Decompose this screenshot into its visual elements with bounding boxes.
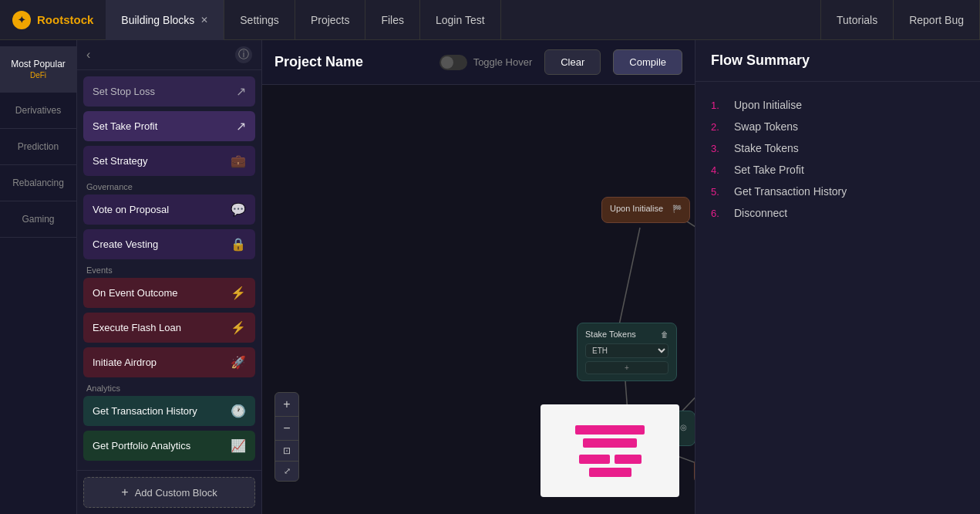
right-panel: Flow Summary 1. Upon Initialise 2. Swap … [695, 40, 980, 514]
item-num: 2. [711, 121, 726, 133]
trending-up-icon: ↗ [236, 119, 246, 134]
flag-icon: 🏁 [672, 205, 682, 213]
zoom-out-button[interactable]: − [275, 417, 298, 441]
sidebar-item-gaming[interactable]: Gaming [0, 201, 76, 238]
nav-spacer [501, 0, 821, 39]
tab-settings-label: Settings [240, 14, 279, 26]
node-upon-initialise[interactable]: Upon Initialise 🏁 [601, 197, 690, 223]
close-tab-icon[interactable]: ✕ [200, 15, 208, 25]
block-get-portfolio-analytics[interactable]: Get Portfolio Analytics 📈 [83, 431, 255, 461]
block-label: Execute Flash Loan [93, 322, 181, 333]
flash-icon: ⚡ [231, 320, 246, 335]
sidebar-item-rebalancing[interactable]: Rebalancing [0, 165, 76, 201]
zoom-fit-button[interactable]: ⊡ [275, 441, 298, 462]
plus-icon: + [121, 485, 128, 499]
zoom-reset-button[interactable]: ⤢ [275, 462, 298, 481]
zoom-in-button[interactable]: + [275, 393, 298, 417]
block-label: Vote on Proposal [93, 204, 169, 215]
block-create-vesting[interactable]: Create Vesting 🔒 [83, 229, 255, 259]
blocks-sidebar: ‹ ⓘ Set Stop Loss ↗ Set Take Profit ↗ Se… [77, 40, 262, 514]
collapse-icon[interactable]: ‹ [86, 48, 90, 62]
preview-bar-4 [615, 455, 642, 464]
preview-bar-5 [589, 468, 631, 477]
chart-icon: 📈 [231, 438, 246, 453]
block-get-transaction-history[interactable]: Get Transaction History 🕐 [83, 396, 255, 426]
tab-tutorials-label: Tutorials [837, 14, 877, 26]
block-vote-on-proposal[interactable]: Vote on Proposal 💬 [83, 194, 255, 225]
block-on-event-outcome[interactable]: On Event Outcome ⚡ [83, 278, 255, 308]
sidebar-item-derivatives[interactable]: Derivatives [0, 93, 76, 129]
tab-projects[interactable]: Projects [295, 0, 366, 40]
canvas-content[interactable]: Upon Initialise 🏁 Set Take Profit ↗ Stak… [262, 85, 695, 512]
block-icon: ↗ [236, 84, 246, 99]
block-label: Set Take Profit [93, 120, 157, 132]
briefcase-icon: 💼 [231, 154, 246, 168]
cat-label: Prediction [6, 141, 70, 152]
sidebar-item-most-popular-defi[interactable]: Most Popular DeFi [0, 46, 76, 93]
clear-button[interactable]: Clear [544, 49, 601, 75]
add-button[interactable]: + [585, 361, 668, 374]
toggle-hover-control[interactable]: Toggle Hover [439, 55, 533, 70]
info-icon[interactable]: ⓘ [235, 46, 252, 63]
block-label: Get Transaction History [93, 405, 197, 417]
section-governance-label: Governance [86, 182, 252, 191]
flow-summary-list: 1. Upon Initialise 2. Swap Tokens 3. Sta… [695, 82, 980, 236]
logo[interactable]: ✦ Rootstock [0, 11, 106, 29]
category-sidebar: Most Popular DeFi Derivatives Prediction… [0, 40, 77, 514]
block-set-take-profit[interactable]: Set Take Profit ↗ [83, 111, 255, 141]
cat-label: Derivatives [6, 105, 70, 116]
blocks-scroll: Set Stop Loss ↗ Set Take Profit ↗ Set St… [77, 70, 261, 470]
item-label: Disconnect [734, 207, 787, 219]
block-set-strategy[interactable]: Set Strategy 💼 [83, 146, 255, 176]
item-label: Upon Initialise [734, 99, 802, 111]
circle-icon: ◎ [680, 423, 687, 431]
item-num: 1. [711, 100, 726, 111]
tab-settings[interactable]: Settings [224, 0, 295, 40]
sidebar-item-prediction[interactable]: Prediction [0, 129, 76, 165]
block-set-step-loss[interactable]: Set Stop Loss ↗ [83, 76, 255, 107]
preview-box [541, 404, 679, 497]
item-label: Get Transaction History [734, 185, 847, 198]
cat-label: Gaming [6, 214, 70, 225]
block-label: Set Stop Loss [93, 86, 155, 97]
tab-report-bug-label: Report Bug [909, 14, 964, 26]
preview-bar-1 [575, 425, 645, 435]
item-num: 6. [711, 208, 726, 219]
preview-bar-2 [583, 438, 637, 448]
preview-inner [541, 404, 679, 497]
eth-select[interactable]: ETH [585, 343, 668, 358]
block-label: On Event Outcome [93, 287, 178, 299]
node-disconnect[interactable]: Disconnect ⏻ [694, 458, 695, 484]
chat-icon: 💬 [231, 202, 246, 217]
block-initiate-airdrop[interactable]: Initiate Airdrop 🚀 [83, 347, 255, 377]
flow-summary-item-4: 4. Set Take Profit [711, 159, 965, 181]
tab-login-test[interactable]: Login Test [420, 0, 501, 40]
project-name[interactable]: Project Name [274, 54, 363, 70]
item-label: Set Take Profit [734, 164, 804, 176]
tab-files-label: Files [381, 14, 404, 26]
tab-building-blocks[interactable]: Building Blocks ✕ [106, 0, 224, 40]
block-label: Get Portfolio Analytics [93, 440, 190, 451]
flow-summary-item-1: 1. Upon Initialise [711, 94, 965, 116]
tab-tutorials[interactable]: Tutorials [821, 0, 894, 40]
flow-summary-item-3: 3. Stake Tokens [711, 137, 965, 159]
node-stake-tokens[interactable]: Stake Tokens 🗑 ETH + [577, 323, 677, 381]
logo-icon: ✦ [12, 11, 31, 29]
item-num: 4. [711, 164, 726, 176]
section-analytics-label: Analytics [86, 384, 252, 393]
node-label: Stake Tokens [585, 330, 636, 339]
history-icon: 🕐 [231, 404, 246, 418]
tab-report-bug[interactable]: Report Bug [894, 0, 980, 40]
add-custom-block-button[interactable]: + Add Custom Block [83, 477, 255, 508]
item-label: Stake Tokens [734, 142, 799, 154]
compile-button[interactable]: Compile [613, 49, 682, 75]
cat-sub-label: DeFi [6, 71, 70, 79]
block-label: Set Strategy [93, 155, 148, 167]
block-execute-flash-loan[interactable]: Execute Flash Loan ⚡ [83, 313, 255, 343]
preview-bar-3 [579, 455, 610, 464]
toggle-switch[interactable] [439, 55, 467, 70]
canvas-header: Project Name Toggle Hover Clear Compile [262, 40, 695, 85]
flow-summary-item-6: 6. Disconnect [711, 202, 965, 224]
tab-files[interactable]: Files [365, 0, 420, 40]
cat-label: Rebalancing [6, 178, 70, 188]
